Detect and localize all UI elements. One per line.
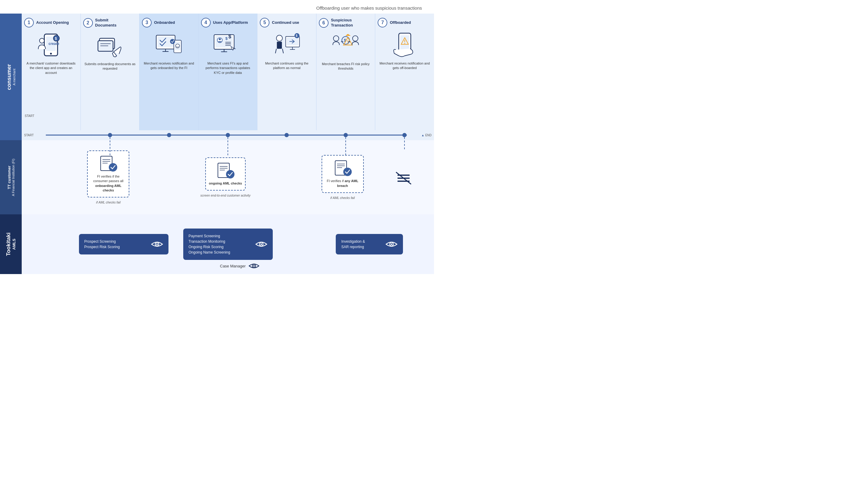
tookitaki-label-text: Tookitaki AMLS	[5, 233, 16, 256]
tt-customer-main-label: TT customer	[7, 159, 11, 196]
tt-box-text-1: FI verifies if the consumer passes all o…	[91, 174, 126, 193]
tk-prospect-col: Prospect ScreeningProspect Risk Scoring	[71, 230, 176, 258]
left-labels: consumer A merchant TT customer A Financ…	[0, 13, 22, 274]
svg-point-38	[333, 36, 339, 41]
tk-prospect-box: Prospect ScreeningProspect Risk Scoring	[79, 234, 168, 254]
tk-eye-icon-1	[151, 240, 163, 248]
step-4-title: Uses App/Platform	[213, 20, 248, 25]
case-manager-row: Case Manager	[220, 262, 259, 270]
diagram-container: consumer A merchant TT customer A Financ…	[0, 13, 434, 274]
svg-point-63	[343, 168, 352, 176]
tt-box-ongoing: ongoing AML checks	[205, 157, 246, 190]
timeline-dot-7	[402, 133, 407, 137]
tookitaki-label-block: Tookitaki AMLS	[0, 214, 22, 274]
step-2-header: 2 SubmitDocuments	[83, 18, 117, 28]
tt-label-below-3: if AML checks fail	[330, 196, 355, 200]
tt-customer-sub-label: A Financial Institution (FI)	[11, 159, 15, 196]
step-1-header: 1 Account Opening	[24, 18, 69, 27]
timeline-dot-2	[108, 133, 112, 137]
steps-row: 1 Account Opening create	[22, 13, 434, 130]
tt-col-4: ongoing AML checks screen end-to-end cus…	[195, 140, 256, 214]
svg-point-42	[347, 43, 348, 44]
tookitaki-row: Prospect ScreeningProspect Risk Scoring	[22, 214, 434, 274]
timeline-dot-5	[284, 133, 289, 137]
svg-point-47	[404, 43, 405, 44]
tookitaki-sub-label: AMLS	[12, 233, 16, 256]
consumer-main-label: consumer	[6, 64, 12, 90]
tt-col-6: FI verifies if any AML breach if AML che…	[312, 140, 373, 214]
svg-point-30	[276, 35, 282, 41]
step-4-number: 4	[201, 18, 211, 27]
dot-col-2	[81, 130, 139, 140]
step-6-number: 6	[319, 18, 329, 28]
right-content: 1 Account Opening create	[22, 13, 434, 274]
step-col-4: 4 Uses App/Platform	[198, 13, 258, 130]
svg-point-3	[50, 53, 52, 55]
step-6-header: 6 SuspiciousTransaction	[319, 18, 353, 28]
tk-payment-box: Payment ScreeningTransaction MonitoringO…	[183, 229, 273, 260]
step-6-desc: Merchant breaches FI risk policy thresho…	[319, 62, 373, 71]
step-7-desc: Merchant receives notification and gets …	[378, 61, 432, 70]
tt-box-text-2: ongoing AML checks	[209, 181, 242, 186]
step-col-1: 1 Account Opening create	[22, 13, 81, 130]
step-2-title: SubmitDocuments	[95, 18, 117, 28]
tookitaki-main-label: Tookitaki	[5, 233, 12, 256]
dashed-line-6	[345, 137, 346, 155]
timeline-dots	[22, 130, 434, 140]
tt-box-icon-3	[334, 160, 352, 176]
timeline-dot-6	[344, 133, 348, 137]
step-4-icon: $ $	[213, 32, 243, 59]
timeline-row: START ▲ END	[22, 130, 434, 140]
tt-customer-label-text: TT customer A Financial Institution (FI)	[7, 159, 15, 196]
step-6-icon: $	[331, 32, 361, 59]
tk-prospect-text: Prospect ScreeningProspect Risk Scoring	[84, 239, 147, 250]
svg-point-73	[391, 244, 393, 245]
step-5-header: 5 Continued use	[260, 18, 299, 27]
step-5-number: 5	[260, 18, 270, 27]
tt-empty-col-1	[22, 140, 78, 214]
tk-payment-col: Payment ScreeningTransaction MonitoringO…	[176, 225, 280, 264]
svg-point-71	[260, 244, 262, 245]
step-1-desc: A merchant/ customer downloads the clien…	[24, 61, 78, 75]
tt-offboard-icon	[395, 169, 412, 186]
consumer-label-block: consumer A merchant	[0, 13, 22, 140]
step-7-title: Offboarded	[390, 20, 411, 25]
svg-rect-31	[277, 41, 282, 49]
tt-col-7	[373, 140, 434, 214]
tt-col-2: FI verifies if the consumer passes all o…	[78, 140, 138, 214]
tt-empty-col-5	[256, 140, 312, 214]
svg-text:$: $	[228, 34, 231, 39]
timeline-dot-3	[167, 133, 171, 137]
timeline-dot-4	[226, 133, 230, 137]
dot-col-1	[22, 130, 81, 140]
tt-box-onboarding: FI verifies if the consumer passes all o…	[87, 150, 129, 198]
dot-col-7	[375, 130, 434, 140]
svg-text:$: $	[55, 36, 57, 41]
svg-point-22	[219, 38, 221, 40]
step-5-icon: $	[272, 32, 302, 59]
tt-box-icon-2	[216, 162, 235, 179]
step-3-header: 3 Onboarded	[142, 18, 175, 27]
svg-point-17	[176, 44, 180, 48]
dot-col-6	[316, 130, 375, 140]
step-2-icon	[95, 32, 125, 59]
tk-eye-icon-2	[255, 240, 267, 248]
case-manager-eye-icon	[249, 262, 259, 270]
svg-point-75	[253, 265, 255, 267]
dashed-line-7	[404, 137, 405, 149]
step-3-desc: Merchant receives notification and gets …	[142, 61, 196, 70]
tt-empty-col-3	[139, 140, 195, 214]
step-7-icon	[390, 32, 420, 59]
page-title: Offboarding user who makes suspicious tr…	[0, 0, 434, 13]
dot-col-4	[198, 130, 257, 140]
step-7-header: 7 Offboarded	[378, 18, 411, 27]
svg-point-69	[156, 244, 158, 245]
tt-box-text-3: FI verifies if any AML breach	[325, 179, 360, 188]
step-col-3: 3 Onboarded	[140, 13, 198, 130]
step-5-title: Continued use	[272, 20, 299, 25]
svg-text:create: create	[49, 41, 59, 46]
tookitaki-cols: Prospect ScreeningProspect Risk Scoring	[22, 214, 434, 274]
step-col-6: 6 SuspiciousTransaction $	[316, 13, 375, 130]
dashed-line-4	[227, 137, 228, 155]
step-1-title: Account Opening	[36, 20, 69, 25]
